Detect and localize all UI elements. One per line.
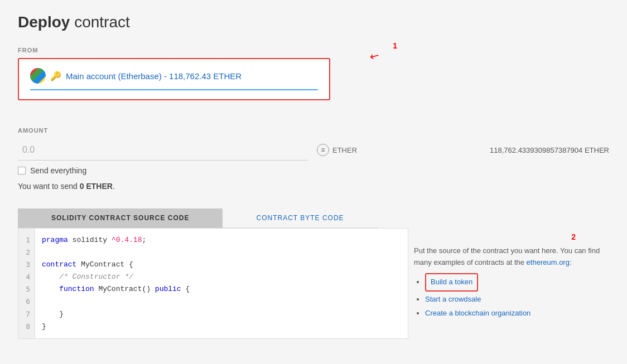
start-crowdsale-link[interactable]: Start a crowdsale bbox=[425, 295, 481, 303]
from-underline bbox=[30, 89, 318, 90]
balance-display: 118,762.4339309857387904 ETHER bbox=[490, 146, 609, 154]
ether-unit-label: ETHER bbox=[332, 146, 357, 154]
annotation-2: 2 bbox=[414, 231, 576, 243]
tab-bytecode[interactable]: CONTRACT BYTE CODE bbox=[223, 208, 377, 228]
from-box: 🔑 Main account (Etherbase) - 118,762.43 … bbox=[18, 58, 330, 100]
from-section: FROM 🔑 Main account (Etherbase) - 118,76… bbox=[18, 47, 353, 100]
list-item: Create a blockchain organization bbox=[425, 308, 609, 319]
ether-unit-button[interactable]: ≡ ETHER bbox=[317, 144, 357, 156]
annotation-1: 1 bbox=[393, 41, 397, 50]
annotation-arrow-1: ↙ bbox=[367, 47, 382, 64]
send-everything-checkbox[interactable] bbox=[18, 167, 26, 174]
send-everything-label: Send everything bbox=[30, 166, 86, 175]
you-want-row: You want to send 0 ETHER. bbox=[18, 182, 609, 191]
code-content[interactable]: pragma solidity ^0.4.18; contract MyCont… bbox=[35, 229, 408, 338]
ethereum-link[interactable]: ethereum.org bbox=[527, 258, 570, 266]
send-everything-row: Send everything bbox=[18, 166, 609, 175]
account-row: 🔑 Main account (Etherbase) - 118,762.43 … bbox=[30, 68, 318, 84]
amount-label: AMOUNT bbox=[18, 127, 609, 134]
ether-circle-icon: ≡ bbox=[317, 144, 329, 156]
code-tabs: SOLIDITY CONTRACT SOURCE CODE CONTRACT B… bbox=[18, 208, 408, 228]
from-label: FROM bbox=[18, 47, 353, 54]
build-token-link[interactable]: Build a token bbox=[431, 278, 472, 286]
account-name[interactable]: Main account (Etherbase) - 118,762.43 ET… bbox=[66, 71, 242, 81]
contract-links-list: Build a token Start a crowdsale Create a… bbox=[414, 273, 609, 319]
code-layout: SOLIDITY CONTRACT SOURCE CODE CONTRACT B… bbox=[18, 208, 609, 339]
code-editor[interactable]: 1 2 3 4 5 6 7 8 pragma solidity ^0.4.18;… bbox=[18, 228, 408, 339]
right-panel: 2 Put the source of the contract you wan… bbox=[414, 231, 609, 364]
create-blockchain-org-link[interactable]: Create a blockchain organization bbox=[425, 309, 530, 317]
right-description: Put the source of the contract you want … bbox=[414, 245, 609, 269]
key-icon: 🔑 bbox=[50, 71, 61, 81]
line-numbers: 1 2 3 4 5 6 7 8 bbox=[18, 229, 35, 338]
amount-input[interactable] bbox=[18, 139, 308, 161]
page-title: Deploy contract bbox=[18, 13, 609, 31]
build-token-box: Build a token bbox=[425, 273, 478, 292]
list-item: Start a crowdsale bbox=[425, 294, 609, 305]
amount-section: AMOUNT ≡ ETHER 118,762.4339309857387904 … bbox=[18, 127, 609, 191]
code-section: SOLIDITY CONTRACT SOURCE CODE CONTRACT B… bbox=[18, 208, 609, 339]
account-avatar bbox=[30, 68, 46, 84]
list-item: Build a token bbox=[425, 273, 609, 292]
tab-solidity[interactable]: SOLIDITY CONTRACT SOURCE CODE bbox=[18, 208, 223, 228]
amount-row: ≡ ETHER 118,762.4339309857387904 ETHER bbox=[18, 139, 609, 161]
